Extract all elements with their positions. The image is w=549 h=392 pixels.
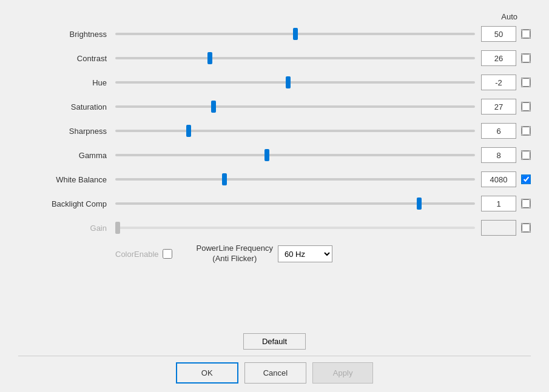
auto-checkbox[interactable] bbox=[521, 29, 531, 39]
slider-container bbox=[115, 100, 475, 113]
slider-label: Hue bbox=[18, 78, 115, 87]
value-input[interactable] bbox=[481, 75, 516, 90]
main-content: Auto BrightnessContrastHueSaturationShar… bbox=[0, 0, 549, 328]
auto-checkbox-input[interactable] bbox=[522, 30, 530, 38]
slider-input[interactable] bbox=[115, 154, 475, 156]
auto-checkbox-input[interactable] bbox=[522, 151, 530, 159]
slider-row: Sharpness bbox=[18, 121, 531, 141]
slider-container bbox=[115, 148, 475, 162]
slider-label: Gain bbox=[18, 224, 115, 233]
slider-row: Backlight Comp bbox=[18, 193, 531, 214]
value-input[interactable] bbox=[481, 171, 516, 187]
auto-checkbox-input[interactable] bbox=[522, 78, 530, 87]
slider-row: White Balance bbox=[18, 169, 531, 190]
auto-checkbox-input[interactable] bbox=[522, 54, 530, 62]
slider-container bbox=[115, 27, 475, 41]
slider-row: Brightness bbox=[18, 24, 531, 44]
auto-checkbox[interactable] bbox=[521, 199, 531, 208]
slider-input[interactable] bbox=[115, 81, 475, 84]
powerline-group: PowerLine Frequency (Anti Flicker) 60 Hz… bbox=[197, 244, 332, 264]
auto-checkbox[interactable] bbox=[521, 174, 531, 184]
auto-checkbox-input[interactable] bbox=[522, 175, 530, 184]
value-input[interactable] bbox=[481, 196, 516, 211]
slider-input[interactable] bbox=[115, 33, 475, 35]
powerline-select[interactable]: 60 Hz50 Hz bbox=[278, 245, 332, 262]
value-input bbox=[481, 220, 516, 236]
slider-label: Backlight Comp bbox=[18, 199, 115, 208]
slider-container bbox=[115, 76, 475, 89]
auto-checkbox[interactable] bbox=[521, 126, 531, 136]
auto-checkbox-input[interactable] bbox=[522, 199, 530, 208]
cancel-button[interactable]: Cancel bbox=[244, 362, 306, 384]
slider-row: Gamma bbox=[18, 145, 531, 165]
auto-checkbox[interactable] bbox=[521, 150, 531, 160]
slider-row: Hue bbox=[18, 72, 531, 93]
auto-checkbox-input[interactable] bbox=[522, 127, 530, 135]
slider-input[interactable] bbox=[115, 105, 475, 108]
ok-button[interactable]: OK bbox=[176, 362, 238, 384]
slider-label: Gamma bbox=[18, 151, 115, 160]
value-input[interactable] bbox=[481, 147, 516, 163]
slider-input[interactable] bbox=[115, 202, 475, 205]
value-input[interactable] bbox=[481, 123, 516, 139]
apply-button[interactable]: Apply bbox=[312, 362, 373, 384]
auto-checkbox[interactable] bbox=[521, 102, 531, 111]
auto-header: Auto bbox=[18, 12, 531, 21]
color-enable-label: ColorEnable bbox=[115, 250, 159, 259]
auto-checkbox[interactable] bbox=[521, 53, 531, 63]
slider-label: Saturation bbox=[18, 102, 115, 111]
auto-checkbox[interactable] bbox=[521, 78, 531, 87]
bottom-row: ColorEnable PowerLine Frequency (Anti Fl… bbox=[18, 242, 531, 266]
auto-checkbox[interactable] bbox=[521, 223, 531, 233]
slider-input[interactable] bbox=[115, 178, 475, 181]
auto-checkbox-input[interactable] bbox=[522, 224, 530, 232]
color-enable-checkbox[interactable] bbox=[163, 249, 172, 259]
footer: Default OK Cancel Apply bbox=[0, 328, 549, 392]
slider-label: White Balance bbox=[18, 175, 115, 184]
auto-column-label: Auto bbox=[501, 12, 517, 21]
slider-row: Contrast bbox=[18, 48, 531, 68]
slider-container bbox=[115, 124, 475, 138]
slider-container bbox=[115, 221, 475, 234]
slider-input[interactable] bbox=[115, 57, 475, 59]
slider-label: Contrast bbox=[18, 54, 115, 63]
auto-checkbox-input[interactable] bbox=[522, 102, 530, 111]
slider-container bbox=[115, 173, 475, 186]
action-row: OK Cancel Apply bbox=[18, 356, 531, 392]
default-row: Default bbox=[18, 333, 531, 350]
value-input[interactable] bbox=[481, 26, 516, 42]
slider-label: Brightness bbox=[18, 30, 115, 39]
slider-container bbox=[115, 197, 475, 210]
color-enable-group: ColorEnable bbox=[115, 249, 172, 259]
slider-input[interactable] bbox=[115, 130, 475, 132]
value-input[interactable] bbox=[481, 99, 516, 115]
powerline-label: PowerLine Frequency (Anti Flicker) bbox=[197, 244, 273, 264]
slider-container bbox=[115, 51, 475, 65]
rows-container: BrightnessContrastHueSaturationSharpness… bbox=[18, 24, 531, 242]
slider-input bbox=[115, 227, 475, 229]
value-input[interactable] bbox=[481, 50, 516, 66]
slider-label: Sharpness bbox=[18, 127, 115, 136]
slider-row: Gain bbox=[18, 218, 531, 238]
slider-row: Saturation bbox=[18, 96, 531, 117]
default-button[interactable]: Default bbox=[243, 333, 306, 350]
